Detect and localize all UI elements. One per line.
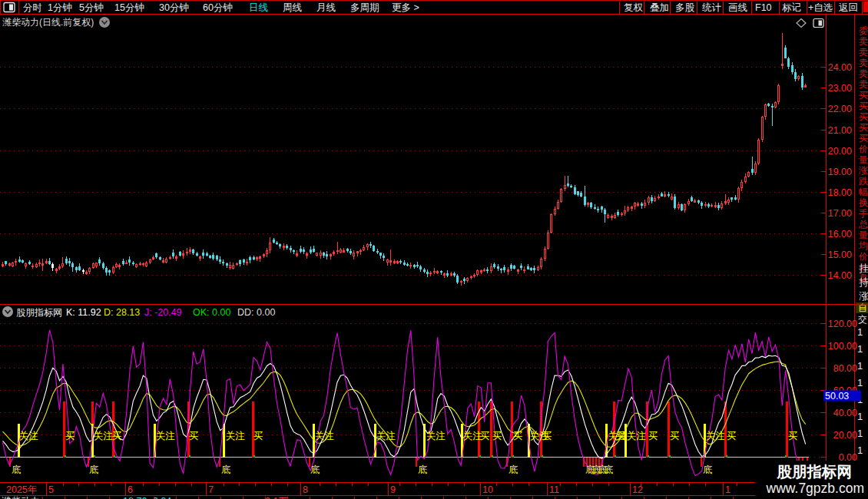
svg-text:买: 买 (513, 431, 523, 441)
svg-text:均: 均 (858, 240, 868, 251)
svg-text:画线: 画线 (728, 2, 747, 13)
svg-text:买: 买 (542, 431, 552, 441)
svg-text:潍柴动力: 潍柴动力 (2, 496, 40, 499)
svg-text:挂: 挂 (859, 263, 868, 274)
svg-text:买: 买 (253, 431, 263, 441)
svg-text:关注: 关注 (706, 431, 725, 441)
svg-text:2.1万: 2.1万 (265, 496, 288, 499)
svg-text:11: 11 (549, 484, 559, 495)
svg-text:卖: 卖 (859, 79, 868, 90)
svg-text:交: 交 (858, 314, 867, 325)
svg-text:买: 买 (788, 431, 798, 441)
svg-text:买: 买 (859, 90, 868, 101)
svg-text:100.00: 100.00 (828, 341, 857, 352)
svg-text:关注: 关注 (226, 431, 245, 441)
svg-text:关注: 关注 (376, 431, 396, 441)
svg-text:价: 价 (859, 144, 868, 154)
svg-text:月线: 月线 (316, 2, 336, 13)
svg-text:底: 底 (604, 464, 614, 475)
svg-text:委: 委 (859, 25, 868, 36)
svg-text:14.00: 14.00 (828, 270, 852, 281)
svg-text:统计: 统计 (702, 2, 722, 13)
svg-text:卖: 卖 (859, 58, 868, 68)
svg-text:关注: 关注 (19, 431, 38, 441)
svg-text:60分钟: 60分钟 (203, 2, 233, 13)
svg-text:买: 买 (189, 431, 199, 441)
svg-text:关注: 关注 (156, 431, 175, 441)
svg-text:量: 量 (859, 154, 868, 165)
svg-text:10: 10 (482, 484, 493, 495)
svg-text:50.03: 50.03 (825, 391, 849, 402)
svg-text:底: 底 (310, 464, 320, 475)
svg-text:关注: 关注 (315, 431, 334, 441)
svg-text:日线: 日线 (249, 2, 268, 13)
svg-text:5: 5 (48, 484, 54, 495)
svg-text:买: 买 (859, 101, 868, 111)
svg-text:买: 买 (859, 122, 868, 133)
svg-text:1: 1 (857, 411, 863, 422)
svg-text:幅: 幅 (859, 187, 868, 197)
svg-text:1: 1 (857, 343, 863, 355)
svg-text:手: 手 (859, 208, 868, 219)
svg-text:叠加: 叠加 (650, 2, 669, 13)
svg-text:买: 买 (492, 431, 502, 441)
svg-text:底: 底 (221, 464, 231, 475)
svg-text:关注: 关注 (627, 431, 646, 441)
svg-text:跌: 跌 (859, 176, 868, 187)
svg-text:F10: F10 (755, 2, 772, 13)
svg-text:多周期: 多周期 (350, 2, 379, 13)
svg-text:19.00: 19.00 (828, 167, 852, 177)
svg-text:21.00: 21.00 (828, 125, 852, 136)
svg-text:买: 买 (859, 111, 868, 122)
svg-text:J: -20.49: J: -20.49 (144, 307, 182, 318)
svg-text:22.00: 22.00 (828, 104, 852, 114)
svg-text:潍柴动力(日线.前复权): 潍柴动力(日线.前复权) (2, 17, 94, 28)
svg-text:9: 9 (390, 484, 396, 495)
svg-text:买: 买 (648, 431, 658, 441)
svg-text:涨: 涨 (859, 290, 868, 302)
svg-text:买: 买 (65, 431, 75, 441)
svg-text:涨: 涨 (858, 165, 868, 176)
svg-text:15.00: 15.00 (828, 250, 852, 260)
svg-text:1分钟: 1分钟 (48, 2, 72, 13)
svg-text:标记: 标记 (782, 2, 801, 13)
svg-text:量: 量 (859, 230, 868, 240)
svg-text:更多 >: 更多 > (392, 2, 419, 13)
svg-text:DD: 0.00: DD: 0.00 (237, 307, 275, 318)
svg-text:底: 底 (12, 464, 22, 475)
svg-text:总: 总 (858, 219, 868, 230)
svg-text:底: 底 (703, 464, 713, 475)
svg-text:OK: 0.00: OK: 0.00 (193, 307, 230, 318)
svg-text:18.00: 18.00 (828, 187, 852, 198)
svg-text:17.00: 17.00 (828, 208, 852, 219)
svg-text:持: 持 (859, 276, 868, 288)
svg-text:卖: 卖 (859, 47, 868, 58)
svg-text:120.00: 120.00 (828, 319, 857, 329)
svg-text:24.00: 24.00 (828, 62, 852, 73)
svg-text:www.7gpzb.com: www.7gpzb.com (766, 481, 864, 496)
svg-text:1: 1 (725, 484, 731, 495)
svg-text:买: 买 (670, 431, 680, 441)
svg-text:多股: 多股 (675, 2, 695, 13)
svg-text:底: 底 (418, 464, 428, 475)
svg-text:D: 28.13: D: 28.13 (104, 307, 140, 318)
svg-text:7: 7 (208, 484, 214, 495)
svg-text:1: 1 (857, 428, 863, 439)
svg-text:30分钟: 30分钟 (159, 2, 189, 13)
svg-text:20.00: 20.00 (833, 430, 857, 441)
svg-text:8: 8 (303, 484, 308, 495)
svg-text:股朋指标网: 股朋指标网 (16, 307, 62, 318)
svg-text:买: 买 (480, 431, 490, 441)
svg-text:价: 价 (859, 251, 868, 262)
svg-text:40.00: 40.00 (833, 408, 857, 418)
svg-text:买: 买 (727, 431, 737, 441)
svg-text:1: 1 (857, 326, 863, 338)
svg-text:2025年: 2025年 (6, 484, 37, 495)
svg-text:分时: 分时 (23, 2, 42, 13)
svg-text:15分钟: 15分钟 (114, 2, 144, 13)
svg-text:底: 底 (89, 464, 99, 475)
svg-text:返回: 返回 (839, 2, 858, 13)
svg-text:12: 12 (632, 484, 643, 495)
svg-text:6: 6 (128, 484, 133, 495)
svg-text:卖: 卖 (859, 36, 868, 47)
